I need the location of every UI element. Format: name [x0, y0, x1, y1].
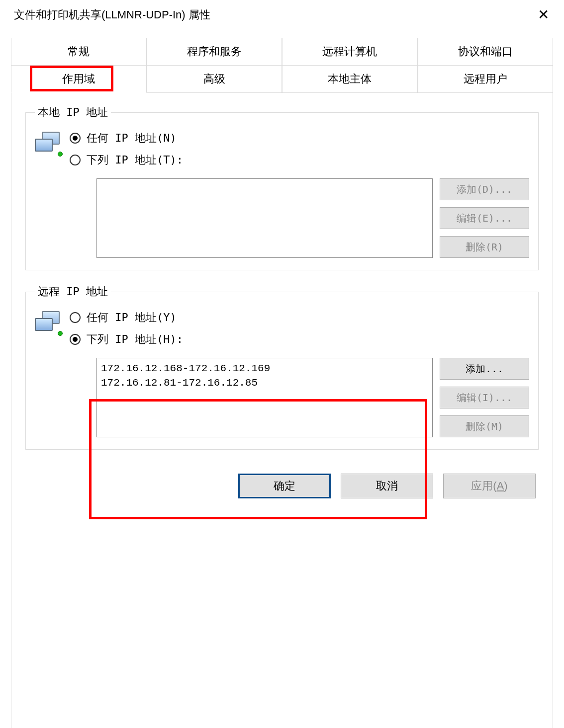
dialog-body: 常规 程序和服务 远程计算机 协议和端口 作用域 高级 本地主体 远程用户 本地… — [0, 30, 564, 728]
tab-strip: 常规 程序和服务 远程计算机 协议和端口 作用域 高级 本地主体 远程用户 — [11, 38, 553, 93]
radio-local-any[interactable]: 任何 IP 地址(N) — [70, 131, 529, 146]
window-title: 文件和打印机共享(LLMNR-UDP-In) 属性 — [14, 7, 210, 22]
local-ip-list[interactable] — [96, 178, 433, 258]
dialog-action-row: 确定 取消 应用(A) — [25, 464, 539, 498]
group-remote-ip-legend: 远程 IP 地址 — [35, 284, 111, 299]
apply-button[interactable]: 应用(A) — [443, 474, 536, 498]
radio-remote-these[interactable]: 下列 IP 地址(H): — [70, 332, 529, 347]
cancel-button[interactable]: 取消 — [341, 474, 433, 498]
tab-protocols[interactable]: 协议和端口 — [418, 38, 554, 66]
tab-remote-computers[interactable]: 远程计算机 — [282, 38, 418, 66]
network-icon — [35, 310, 63, 437]
group-local-ip: 本地 IP 地址 任何 IP 地址(N) 下 — [25, 105, 539, 270]
group-local-ip-legend: 本地 IP 地址 — [35, 105, 111, 120]
radio-icon — [70, 334, 81, 345]
radio-remote-these-label: 下列 IP 地址(H): — [87, 332, 183, 347]
tab-programs[interactable]: 程序和服务 — [147, 38, 282, 66]
title-bar: 文件和打印机共享(LLMNR-UDP-In) 属性 ✕ — [0, 0, 564, 30]
radio-local-these[interactable]: 下列 IP 地址(T): — [70, 153, 529, 167]
radio-icon — [70, 133, 81, 144]
close-icon[interactable]: ✕ — [533, 6, 554, 24]
remote-edit-button[interactable]: 编辑(I)... — [440, 387, 529, 408]
tab-local-principals[interactable]: 本地主体 — [282, 66, 418, 93]
local-delete-button[interactable]: 删除(R) — [440, 236, 529, 258]
ok-button[interactable]: 确定 — [238, 474, 331, 498]
tab-scope[interactable]: 作用域 — [11, 66, 147, 93]
radio-local-these-label: 下列 IP 地址(T): — [87, 153, 183, 167]
group-remote-ip: 远程 IP 地址 任何 IP 地址(Y) 下 — [25, 284, 539, 450]
apply-label-prefix: 应用( — [471, 480, 496, 492]
radio-remote-any-label: 任何 IP 地址(Y) — [87, 310, 177, 325]
tab-general[interactable]: 常规 — [11, 38, 147, 66]
remote-ip-list[interactable]: 172.16.12.168-172.16.12.169 172.16.12.81… — [96, 358, 433, 437]
apply-hotkey: A — [497, 480, 504, 492]
radio-icon — [70, 155, 81, 165]
tab-remote-users[interactable]: 远程用户 — [418, 66, 554, 93]
tab-panel-scope: 本地 IP 地址 任何 IP 地址(N) 下 — [11, 93, 553, 728]
tab-advanced[interactable]: 高级 — [147, 66, 282, 93]
radio-icon — [70, 312, 81, 323]
remote-add-button[interactable]: 添加... — [440, 358, 529, 380]
local-edit-button[interactable]: 编辑(E)... — [440, 207, 529, 229]
apply-label-suffix: ) — [504, 480, 507, 492]
local-add-button[interactable]: 添加(D)... — [440, 178, 529, 200]
radio-remote-any[interactable]: 任何 IP 地址(Y) — [70, 310, 529, 325]
network-icon — [35, 131, 63, 258]
remote-delete-button[interactable]: 删除(M) — [440, 415, 529, 437]
radio-local-any-label: 任何 IP 地址(N) — [87, 131, 177, 146]
